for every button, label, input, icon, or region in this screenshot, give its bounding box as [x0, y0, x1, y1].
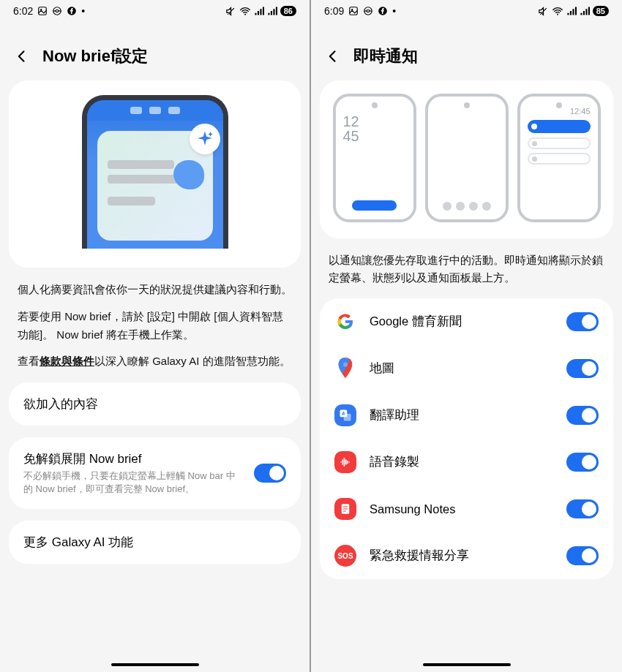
- svg-point-11: [557, 14, 558, 15]
- battery-indicator: 86: [280, 6, 296, 16]
- maps-toggle[interactable]: [566, 359, 599, 378]
- app-row-emergency-sos[interactable]: SOS 緊急救援情報分享: [320, 532, 613, 579]
- facebook-icon: [67, 6, 77, 16]
- maps-icon: [334, 358, 356, 380]
- svg-point-3: [56, 10, 59, 12]
- svg-rect-16: [344, 414, 351, 421]
- dot-icon: •: [392, 5, 396, 17]
- voice-recorder-toggle[interactable]: [566, 453, 599, 472]
- header: Now brief設定: [0, 22, 310, 80]
- illustration-card: 12 45 12:45: [320, 80, 613, 238]
- dot-icon: •: [81, 5, 85, 17]
- wifi-icon: [239, 6, 251, 16]
- page-title: 即時通知: [353, 45, 418, 67]
- google-sports-toggle[interactable]: [566, 312, 599, 331]
- svg-point-5: [244, 14, 246, 15]
- svg-point-13: [343, 362, 348, 366]
- translate-toggle[interactable]: [566, 406, 599, 425]
- status-time: 6:09: [324, 5, 344, 17]
- signal-icon: [254, 6, 264, 16]
- status-bar: 6:02 • 86: [0, 0, 310, 22]
- emergency-sos-toggle[interactable]: [566, 546, 599, 565]
- homescreen-illustration: [425, 94, 509, 222]
- back-button[interactable]: [13, 48, 31, 65]
- unlock-expand-description: 不必解鎖手機，只要在鎖定螢幕上輕觸 Now bar 中的 Now brief，即…: [23, 469, 244, 496]
- home-indicator[interactable]: [111, 663, 199, 666]
- unlock-expand-title: 免解鎖展開 Now brief: [23, 450, 244, 467]
- svg-point-9: [367, 10, 370, 12]
- pokeball-icon: [52, 6, 62, 16]
- sos-icon: SOS: [334, 545, 356, 567]
- more-galaxy-ai-card[interactable]: 更多 Galaxy AI 功能: [9, 521, 301, 564]
- description-text: 以通知讓您優先存取進行中的活動。即時通知將顯示於鎖定螢幕、狀態列以及通知面板最上…: [320, 252, 613, 287]
- terms-link[interactable]: 條款與條件: [40, 355, 94, 367]
- status-time: 6:02: [13, 5, 33, 17]
- page-title: Now brief設定: [42, 45, 148, 67]
- notification-panel-illustration: 12:45: [517, 94, 601, 222]
- samsung-notes-toggle[interactable]: [566, 499, 599, 518]
- apps-list: Google 體育新聞 地圖 A 翻譯助理: [320, 298, 613, 579]
- back-button[interactable]: [324, 48, 342, 65]
- signal-icon-2: [580, 6, 590, 16]
- signal-icon: [566, 6, 577, 16]
- svg-rect-6: [350, 7, 358, 15]
- home-indicator[interactable]: [423, 663, 511, 666]
- illustration-card: [9, 80, 301, 268]
- gallery-icon: [348, 6, 359, 16]
- google-icon: [334, 311, 356, 333]
- gallery-icon: [37, 6, 48, 16]
- app-row-samsung-notes[interactable]: Samsung Notes: [320, 486, 613, 532]
- description-text: 個人化摘要資訊會依你一天的狀況提供建議內容和行動。 若要使用 Now brief…: [9, 281, 301, 371]
- lockscreen-illustration: 12 45: [333, 94, 416, 222]
- live-notifications-screen: 6:09 • 85 即時通知: [311, 0, 622, 672]
- content-to-include-card[interactable]: 欲加入的內容: [9, 382, 301, 426]
- cloud-character-icon: [173, 160, 204, 189]
- voice-recorder-icon: [334, 451, 356, 473]
- unlock-expand-card: 免解鎖展開 Now brief 不必解鎖手機，只要在鎖定螢幕上輕觸 Now ba…: [9, 437, 301, 509]
- status-bar: 6:09 • 85: [311, 0, 622, 22]
- translate-icon: A: [334, 404, 356, 426]
- wifi-icon: [552, 6, 563, 16]
- sparkle-icon: [190, 124, 220, 154]
- mute-icon: [225, 6, 236, 17]
- mute-icon: [538, 6, 549, 17]
- header: 即時通知: [311, 22, 622, 80]
- phone-illustration: [82, 95, 228, 249]
- svg-rect-0: [39, 7, 47, 15]
- app-row-google-sports[interactable]: Google 體育新聞: [320, 298, 613, 345]
- battery-indicator: 85: [593, 6, 609, 16]
- app-row-voice-recorder[interactable]: 語音錄製: [320, 439, 613, 486]
- app-row-maps[interactable]: 地圖: [320, 345, 613, 392]
- unlock-expand-toggle[interactable]: [254, 464, 286, 483]
- more-galaxy-ai-label: 更多 Galaxy AI 功能: [23, 534, 286, 551]
- facebook-icon: [378, 6, 388, 16]
- content-to-include-label: 欲加入的內容: [23, 396, 286, 412]
- now-brief-settings-screen: 6:02 • 86 Now brief設定: [0, 0, 311, 672]
- signal-icon-2: [267, 6, 277, 16]
- pokeball-icon: [363, 6, 373, 16]
- app-row-translate[interactable]: A 翻譯助理: [320, 392, 613, 439]
- samsung-notes-icon: [334, 498, 356, 520]
